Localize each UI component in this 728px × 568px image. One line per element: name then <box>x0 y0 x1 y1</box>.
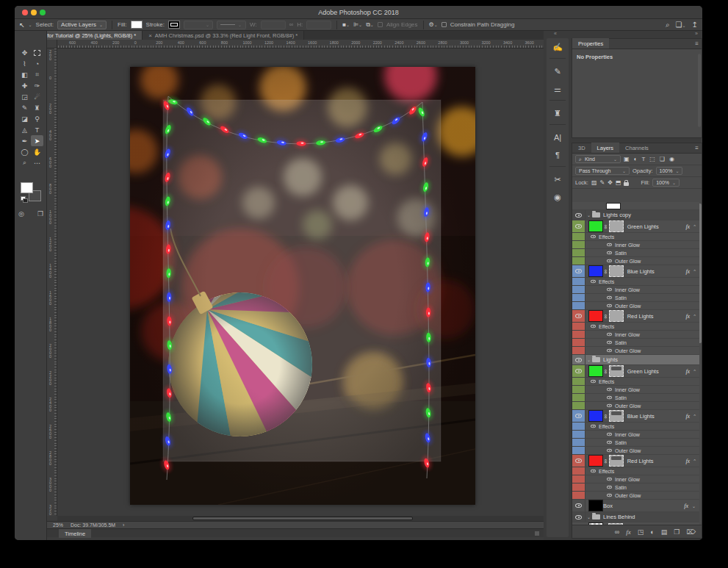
layer-row[interactable]: ∞Green Lightsfx^ <box>572 220 699 233</box>
path-selection-tool-icon[interactable]: ➤ <box>31 135 43 146</box>
character-icon[interactable]: A| <box>547 129 569 146</box>
share-icon[interactable]: ↥ <box>692 21 698 29</box>
add-mask-icon[interactable]: ◳ <box>638 528 644 536</box>
smudge-tool-icon[interactable]: ☄ <box>31 91 43 102</box>
new-layer-icon[interactable]: ❐ <box>674 528 680 536</box>
effect-row[interactable]: Inner Glow <box>572 475 699 483</box>
delete-layer-icon[interactable]: ⌦ <box>686 528 696 536</box>
layer-thumbnail[interactable] <box>588 500 603 511</box>
foreground-color-swatch[interactable] <box>21 182 33 193</box>
pen-tool-icon[interactable]: ✒ <box>18 135 31 146</box>
effects-row[interactable]: Effects <box>572 278 699 286</box>
panel-menu-icon[interactable]: ≡ <box>695 40 699 47</box>
libraries-icon[interactable]: ◉ <box>547 188 569 206</box>
timeline-menu-icon[interactable] <box>535 531 539 536</box>
effect-row[interactable]: Inner Glow <box>572 386 699 394</box>
filter-pixel-layers-icon[interactable]: ▣ <box>624 156 630 162</box>
visibility-eye-icon[interactable] <box>607 396 612 400</box>
fx-collapse-icon[interactable]: ^ <box>693 224 696 229</box>
expand-chevron-icon[interactable]: ⌄ <box>587 514 591 520</box>
layer-name[interactable]: Red Lights <box>627 313 654 320</box>
layer-mask-thumbnail[interactable] <box>609 365 624 377</box>
visibility-eye-icon[interactable] <box>591 280 596 284</box>
visibility-eye-icon[interactable] <box>607 341 612 345</box>
blend-mode-dropdown[interactable]: Pass Through⌄ <box>575 167 630 175</box>
search-icon[interactable]: ⌕ <box>666 21 670 29</box>
marquee-tool-icon[interactable] <box>31 47 43 58</box>
visibility-eye-icon[interactable] <box>591 380 596 384</box>
tab-3d[interactable]: 3D <box>572 143 591 153</box>
layer-thumbnail[interactable] <box>588 220 603 232</box>
visibility-eye-icon[interactable] <box>607 478 612 481</box>
current-tool-icon[interactable]: ↖ <box>19 21 25 29</box>
visibility-eye-icon[interactable] <box>575 213 582 218</box>
effects-row[interactable]: Effects <box>572 378 699 386</box>
visibility-eye-icon[interactable] <box>575 459 582 463</box>
lasso-tool-icon[interactable]: ⌇ <box>18 58 31 69</box>
layer-thumbnail[interactable] <box>588 365 603 377</box>
effects-row[interactable]: Effects <box>572 233 699 241</box>
left-ruler[interactable]: 2000200400600800100012001400160018002000… <box>47 48 57 516</box>
visibility-eye-icon[interactable] <box>607 449 612 453</box>
visibility-eye-icon[interactable] <box>607 433 612 436</box>
eyedropper-tool-icon[interactable]: ✑ <box>31 80 43 91</box>
layer-mask-thumbnail[interactable] <box>609 455 624 467</box>
visibility-eye-icon[interactable] <box>607 441 612 445</box>
collapse-dock-icon[interactable]: « <box>554 31 557 36</box>
tool-presets-icon[interactable]: ⚌ <box>547 80 569 98</box>
visibility-eye-icon[interactable] <box>575 314 582 318</box>
visibility-eye-icon[interactable] <box>575 515 582 520</box>
crop-tool-icon[interactable]: ⌗ <box>31 69 43 80</box>
lock-transparency-icon[interactable]: ▨ <box>591 179 597 186</box>
filter-smart-objects-icon[interactable]: ❏ <box>660 156 665 162</box>
healing-brush-tool-icon[interactable]: ✚ <box>18 80 31 91</box>
sharpen-tool-icon[interactable]: ◬ <box>18 124 31 135</box>
filter-kind-dropdown[interactable]: ⌕ Kind⌄ <box>575 155 621 163</box>
filter-pin-icon[interactable]: ◉ <box>669 156 674 162</box>
effect-row[interactable]: Satin <box>572 249 699 257</box>
filter-shape-layers-icon[interactable]: ⬚ <box>649 156 655 162</box>
paint-bucket-tool-icon[interactable]: ◲ <box>18 91 31 102</box>
link-layers-icon[interactable]: ∞ <box>615 528 619 536</box>
gradient-tool-icon[interactable]: ◧ <box>18 69 31 80</box>
brush-settings-icon[interactable]: ✍ <box>547 38 569 56</box>
layer-mask-thumbnail[interactable] <box>609 410 624 422</box>
layer-row[interactable]: ∞Red Lightsfx^ <box>572 310 699 323</box>
adjustment-layer-icon[interactable]: ◐ <box>650 528 654 536</box>
top-ruler[interactable]: 6004002000200400600800100012001400160018… <box>47 40 544 48</box>
fill-dropdown[interactable]: 100%⌄ <box>652 179 680 187</box>
visibility-eye-icon[interactable] <box>607 243 612 247</box>
expand-chevron-icon[interactable]: ⌄ <box>587 357 591 362</box>
blur-tool-icon[interactable]: ◔ <box>31 58 43 69</box>
lock-position-icon[interactable]: ✥ <box>608 179 613 186</box>
effect-row[interactable]: Outer Glow <box>572 447 699 455</box>
layer-group-row[interactable]: ⌄Lights <box>572 355 699 365</box>
layer-name[interactable]: Green Lights <box>627 223 659 230</box>
visibility-eye-icon[interactable] <box>591 325 596 328</box>
layer-row[interactable]: ∞Red Lightsfx^ <box>572 455 699 467</box>
effect-row[interactable]: Outer Glow <box>572 257 699 265</box>
tool-preset-caret-icon[interactable]: ⌄ <box>29 22 32 27</box>
fx-collapse-icon[interactable]: ^ <box>693 314 696 318</box>
opacity-dropdown[interactable]: 100%⌄ <box>656 167 683 175</box>
fx-collapse-icon[interactable]: ^ <box>693 414 696 418</box>
visibility-eye-icon[interactable] <box>591 235 596 239</box>
eraser-tool-icon[interactable]: ◪ <box>18 113 31 124</box>
fx-collapse-icon[interactable]: ^ <box>693 369 696 373</box>
workspace-icon[interactable]: ❏⌄ <box>676 21 686 29</box>
effect-row[interactable]: Outer Glow <box>572 402 699 410</box>
layer-name[interactable]: Box <box>603 503 613 509</box>
fill-swatch[interactable] <box>131 21 143 29</box>
effect-row[interactable]: Inner Glow <box>572 431 699 439</box>
effects-row[interactable]: Effects <box>572 323 699 331</box>
effect-row[interactable]: Outer Glow <box>572 492 699 500</box>
horizontal-scrollbar[interactable] <box>57 516 544 521</box>
path-arrangement-icon[interactable]: ⧉⌄ <box>366 21 374 29</box>
effects-row[interactable]: Effects <box>572 423 699 431</box>
quick-mask-icon[interactable]: ◎ <box>18 210 24 218</box>
effect-row[interactable]: Satin <box>572 439 699 447</box>
lock-artboard-icon[interactable]: ⬒ <box>616 179 621 186</box>
more-tools-icon[interactable]: ⋯ <box>31 157 43 168</box>
status-arrow-icon[interactable]: › <box>123 522 124 528</box>
close-tab-icon[interactable]: × <box>148 32 152 39</box>
